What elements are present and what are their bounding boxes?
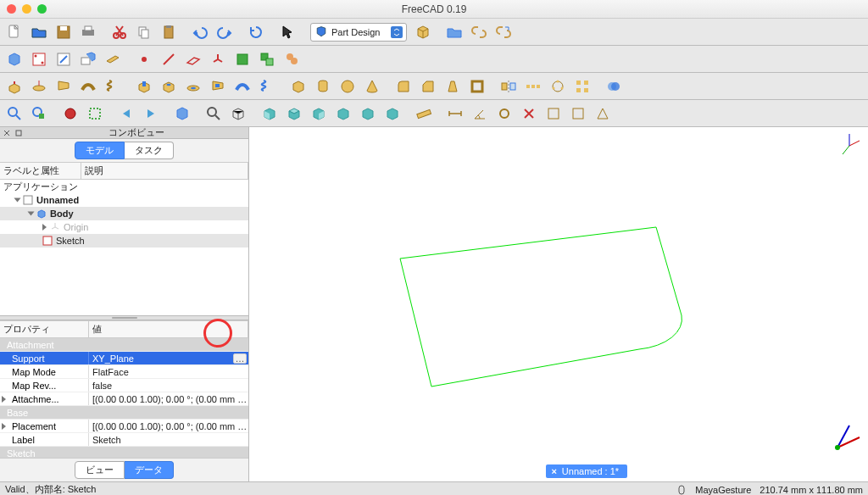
undo-button[interactable]	[189, 21, 211, 43]
cut-button[interactable]	[108, 21, 131, 43]
right-view-button[interactable]	[308, 103, 330, 125]
measure-linear-button[interactable]	[444, 103, 466, 125]
new-file-button[interactable]	[3, 21, 25, 43]
fit-all-button[interactable]	[3, 103, 25, 125]
disclosure-icon[interactable]	[28, 212, 35, 216]
close-panel-icon[interactable]	[3, 130, 10, 136]
iso-view-button[interactable]	[227, 103, 249, 125]
fit-sel-button[interactable]	[28, 103, 50, 125]
save-button[interactable]	[53, 21, 75, 43]
tab-task[interactable]: タスク	[125, 142, 174, 159]
new-sketch-button[interactable]	[28, 48, 50, 70]
tab-model[interactable]: モデル	[75, 142, 125, 159]
prop-mapmode[interactable]: Map ModeFlatFace	[0, 365, 248, 379]
map-sketch-button[interactable]	[77, 48, 99, 70]
tab-data[interactable]: データ	[125, 461, 174, 479]
bottom-view-button[interactable]	[357, 103, 379, 125]
rear-view-button[interactable]	[332, 103, 354, 125]
pad-button[interactable]	[3, 75, 25, 97]
body-button[interactable]	[3, 48, 25, 70]
prop-maprev[interactable]: Map Rev...false	[0, 379, 248, 392]
view-back-button[interactable]	[115, 103, 137, 125]
polar-pattern-button[interactable]	[547, 75, 569, 97]
measure-button[interactable]	[413, 103, 435, 125]
link-button[interactable]	[468, 21, 490, 43]
draw-style-button[interactable]	[59, 103, 81, 125]
prim-box-button[interactable]	[287, 75, 309, 97]
thickness-button[interactable]	[466, 75, 488, 97]
sub-helix-button[interactable]	[256, 75, 278, 97]
open-file-button[interactable]	[28, 21, 50, 43]
tree-sketch[interactable]: Sketch	[0, 234, 248, 248]
datum-plane2-button[interactable]	[182, 48, 204, 70]
clone-button[interactable]	[281, 48, 303, 70]
folder-button[interactable]	[443, 21, 465, 43]
close-window-button[interactable]	[7, 4, 16, 14]
close-tab-icon[interactable]: ×	[551, 466, 556, 476]
datum-cs-button[interactable]	[207, 48, 229, 70]
revolution-button[interactable]	[28, 75, 50, 97]
expand-icon[interactable]	[2, 396, 6, 403]
measure-toggle-button[interactable]	[542, 103, 565, 125]
document-tab[interactable]: × Unnamed : 1*	[546, 464, 627, 478]
groove-button[interactable]	[182, 75, 204, 97]
fillet-button[interactable]	[392, 75, 415, 97]
view-fwd-button[interactable]	[140, 103, 162, 125]
linear-pattern-button[interactable]	[522, 75, 544, 97]
mirror-button[interactable]	[498, 75, 520, 97]
workbench-selector[interactable]: Part Design	[310, 23, 407, 42]
prop-label[interactable]: LabelSketch	[0, 433, 248, 447]
sub-sweep-button[interactable]	[231, 75, 253, 97]
tree-origin[interactable]: Origin	[0, 220, 248, 234]
tab-view[interactable]: ビュー	[75, 461, 125, 479]
copy-button[interactable]	[133, 21, 155, 43]
top-view-button[interactable]	[283, 103, 305, 125]
link-out-button[interactable]	[492, 21, 515, 43]
nav-style[interactable]: MayaGesture	[695, 485, 751, 495]
expand-icon[interactable]	[2, 423, 6, 430]
minimize-window-button[interactable]	[22, 4, 31, 14]
prop-placement[interactable]: Placement[(0.00 0.00 1.00); 0.00 °; (0.0…	[0, 420, 248, 433]
multitransform-button[interactable]	[571, 75, 593, 97]
edit-sketch-button[interactable]	[53, 48, 75, 70]
shapebinder-button[interactable]	[231, 48, 253, 70]
loft-button[interactable]	[53, 75, 75, 97]
tree-app[interactable]: アプリケーション	[0, 180, 248, 193]
print-button[interactable]	[77, 21, 99, 43]
measure-refresh-button[interactable]	[493, 103, 515, 125]
support-edit-button[interactable]: …	[233, 353, 247, 364]
zoom-button[interactable]	[203, 103, 225, 125]
datum-plane-button[interactable]	[102, 48, 124, 70]
pocket-button[interactable]	[133, 75, 155, 97]
prop-support[interactable]: Support XY_Plane …	[0, 352, 248, 365]
part-box-button[interactable]	[412, 21, 434, 43]
left-view-button[interactable]	[381, 103, 403, 125]
zoom-window-button[interactable]	[37, 4, 47, 14]
3d-viewport[interactable]: × Unnamed : 1*	[249, 127, 868, 481]
bbox-button[interactable]	[84, 103, 106, 125]
measure-toggledelta-button[interactable]	[592, 103, 614, 125]
detach-panel-icon[interactable]	[15, 130, 22, 136]
sync-view-button[interactable]	[171, 103, 193, 125]
model-tree[interactable]: アプリケーション Unnamed Body Origin Sketch	[0, 180, 248, 315]
disclosure-icon[interactable]	[42, 224, 47, 231]
boolean-button[interactable]	[603, 75, 625, 97]
prim-sphere-button[interactable]	[337, 75, 359, 97]
datum-point-button[interactable]	[133, 48, 155, 70]
disclosure-icon[interactable]	[14, 198, 21, 203]
hole-button[interactable]	[158, 75, 180, 97]
measure-angular-button[interactable]	[469, 103, 491, 125]
redo-button[interactable]	[214, 21, 236, 43]
measure-toggle3d-button[interactable]	[567, 103, 589, 125]
measure-clear-button[interactable]	[518, 103, 540, 125]
prop-attachoffset[interactable]: Attachme...[(0.00 0.00 1.00); 0.00 °; (0…	[0, 392, 248, 406]
tree-doc[interactable]: Unnamed	[0, 193, 248, 207]
sub-loft-button[interactable]	[207, 75, 229, 97]
prim-cyl-button[interactable]	[312, 75, 334, 97]
tree-body[interactable]: Body	[0, 207, 248, 220]
front-view-button[interactable]	[259, 103, 281, 125]
pointer-button[interactable]	[276, 21, 298, 43]
sweep-button[interactable]	[77, 75, 99, 97]
subshapebinder-button[interactable]	[256, 48, 278, 70]
refresh-button[interactable]	[245, 21, 267, 43]
